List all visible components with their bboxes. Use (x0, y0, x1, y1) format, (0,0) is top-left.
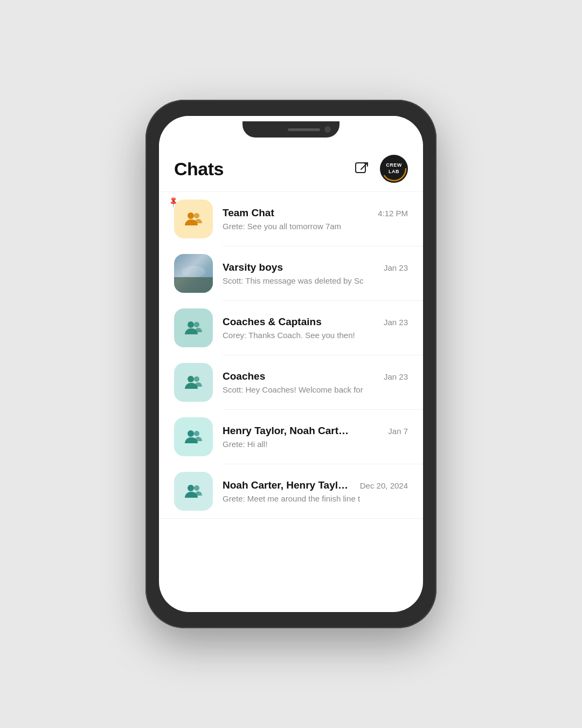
list-item[interactable]: Coaches Jan 23 Scott: Hey Coaches! Welco… (159, 355, 423, 409)
svg-point-11 (188, 430, 194, 437)
chat-avatar (174, 200, 213, 238)
chat-time: 4:12 PM (378, 209, 408, 218)
svg-point-5 (188, 212, 194, 219)
chat-name: Coaches & Captains (223, 316, 322, 328)
svg-rect-0 (356, 163, 365, 173)
chat-item-info: Coaches & Captains Jan 23 Corey: Thanks … (223, 316, 408, 340)
chat-preview: Scott: This message was deleted by Sc (223, 276, 408, 285)
list-divider (159, 518, 423, 519)
svg-point-10 (194, 376, 199, 382)
notch-camera (324, 126, 331, 133)
notch (242, 121, 340, 138)
app-content: Chats (159, 144, 423, 612)
chat-name: Varsity boys (223, 262, 283, 273)
chat-name: Coaches (223, 370, 265, 382)
chat-time: Jan 7 (388, 427, 408, 436)
svg-point-12 (194, 431, 199, 436)
chat-name: Team Chat (223, 207, 274, 219)
svg-point-9 (188, 376, 194, 382)
phone-frame: Chats (146, 100, 436, 628)
notch-bar (288, 128, 320, 131)
app-logo-avatar[interactable]: CREW LAB (380, 155, 408, 183)
chat-item-info: Varsity boys Jan 23 Scott: This message … (223, 262, 408, 285)
svg-point-14 (194, 485, 199, 491)
list-item[interactable]: Coaches & Captains Jan 23 Corey: Thanks … (159, 301, 423, 355)
list-item[interactable]: Henry Taylor, Noah Carter, Jac… Jan 7 Gr… (159, 410, 423, 464)
chat-avatar (174, 472, 213, 511)
phone-screen: Chats (159, 116, 423, 612)
chat-item-info: Coaches Jan 23 Scott: Hey Coaches! Welco… (223, 370, 408, 394)
chat-preview: Corey: Thanks Coach. See you then! (223, 331, 408, 340)
header-actions: CREW LAB (352, 155, 408, 183)
chat-time: Jan 23 (384, 263, 408, 272)
chat-time: Jan 23 (384, 372, 408, 381)
svg-point-7 (188, 321, 194, 328)
chat-avatar (174, 254, 213, 293)
chat-time: Dec 20, 2024 (360, 481, 408, 490)
chat-name: Noah Carter, Henry Taylo… (223, 479, 352, 491)
svg-point-13 (188, 485, 194, 491)
chat-avatar (174, 308, 213, 347)
chat-avatar (174, 417, 213, 456)
chat-preview: Grete: Hi all! (223, 439, 408, 449)
chat-item-info: Henry Taylor, Noah Carter, Jac… Jan 7 Gr… (223, 425, 408, 449)
svg-point-6 (194, 213, 199, 218)
chat-item-info: Noah Carter, Henry Taylo… Dec 20, 2024 G… (223, 479, 408, 503)
chat-preview: Grete: See you all tomorrow 7am (223, 222, 408, 231)
chat-avatar (174, 363, 213, 402)
notch-area (159, 116, 423, 144)
list-item[interactable]: Noah Carter, Henry Taylo… Dec 20, 2024 G… (159, 464, 423, 518)
chat-preview: Scott: Hey Coaches! Welcome back for (223, 385, 408, 394)
list-item[interactable]: 📌 Team Chat 4:12 PM (159, 192, 423, 246)
svg-point-8 (194, 322, 199, 327)
chat-list: 📌 Team Chat 4:12 PM (159, 192, 423, 612)
chat-preview: Grete: Meet me around the finish line t (223, 494, 408, 503)
svg-line-3 (361, 163, 368, 169)
chat-time: Jan 23 (384, 318, 408, 327)
chat-item-info: Team Chat 4:12 PM Grete: See you all tom… (223, 207, 408, 231)
compose-button[interactable] (352, 159, 371, 178)
list-item[interactable]: Varsity boys Jan 23 Scott: This message … (159, 246, 423, 300)
page-title: Chats (174, 159, 224, 180)
header: Chats (159, 144, 423, 191)
chat-name: Henry Taylor, Noah Carter, Jac… (223, 425, 352, 437)
